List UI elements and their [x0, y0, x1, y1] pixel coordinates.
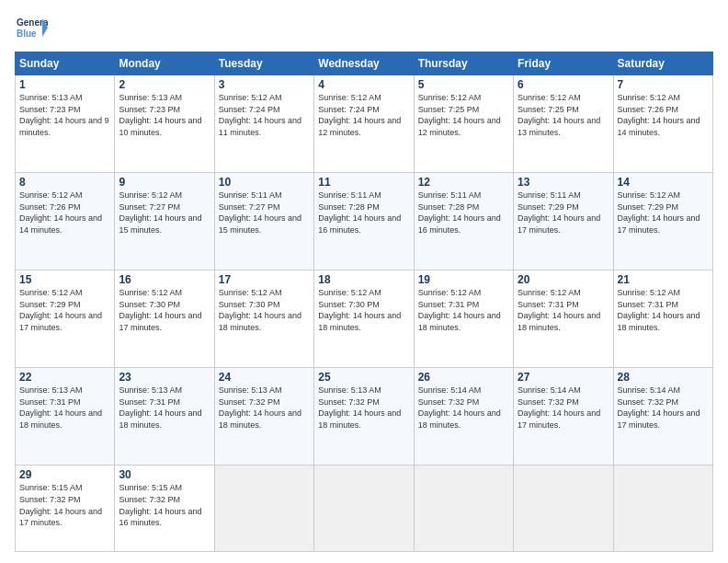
calendar-cell: 8Sunrise: 5:12 AMSunset: 7:26 PMDaylight…	[16, 173, 115, 270]
day-number: 3	[219, 78, 310, 91]
day-number: 20	[518, 273, 609, 286]
calendar-cell	[314, 465, 414, 552]
calendar-cell: 14Sunrise: 5:12 AMSunset: 7:29 PMDayligh…	[613, 173, 712, 270]
day-number: 11	[318, 176, 409, 189]
day-info: Sunrise: 5:12 AMSunset: 7:30 PMDaylight:…	[318, 287, 409, 333]
day-number: 17	[219, 273, 310, 286]
calendar-week-2: 8Sunrise: 5:12 AMSunset: 7:26 PMDaylight…	[16, 173, 713, 270]
calendar-cell: 21Sunrise: 5:12 AMSunset: 7:31 PMDayligh…	[613, 270, 712, 368]
day-info: Sunrise: 5:12 AMSunset: 7:24 PMDaylight:…	[318, 92, 409, 138]
calendar-cell: 13Sunrise: 5:11 AMSunset: 7:29 PMDayligh…	[514, 173, 613, 270]
day-info: Sunrise: 5:15 AMSunset: 7:32 PMDaylight:…	[19, 482, 110, 528]
calendar-week-3: 15Sunrise: 5:12 AMSunset: 7:29 PMDayligh…	[16, 270, 713, 368]
day-number: 10	[219, 176, 310, 189]
calendar-cell: 16Sunrise: 5:12 AMSunset: 7:30 PMDayligh…	[115, 270, 214, 368]
day-info: Sunrise: 5:13 AMSunset: 7:31 PMDaylight:…	[119, 385, 210, 431]
calendar-table: SundayMondayTuesdayWednesdayThursdayFrid…	[15, 52, 713, 552]
day-info: Sunrise: 5:11 AMSunset: 7:27 PMDaylight:…	[219, 190, 310, 236]
calendar-cell	[613, 465, 712, 552]
day-info: Sunrise: 5:13 AMSunset: 7:32 PMDaylight:…	[318, 385, 409, 431]
day-info: Sunrise: 5:12 AMSunset: 7:25 PMDaylight:…	[418, 92, 509, 138]
weekday-header-saturday: Saturday	[613, 52, 712, 75]
calendar-cell	[514, 465, 613, 552]
header: General Blue	[15, 11, 713, 44]
calendar-cell: 22Sunrise: 5:13 AMSunset: 7:31 PMDayligh…	[16, 368, 115, 465]
day-info: Sunrise: 5:13 AMSunset: 7:31 PMDaylight:…	[19, 385, 110, 431]
weekday-header-wednesday: Wednesday	[314, 52, 414, 75]
page: General Blue SundayMondayTuesdayWednesda…	[0, 0, 728, 563]
day-info: Sunrise: 5:14 AMSunset: 7:32 PMDaylight:…	[518, 385, 609, 431]
day-info: Sunrise: 5:12 AMSunset: 7:31 PMDaylight:…	[618, 287, 709, 333]
calendar-cell: 1Sunrise: 5:13 AMSunset: 7:23 PMDaylight…	[16, 75, 115, 173]
day-info: Sunrise: 5:12 AMSunset: 7:30 PMDaylight:…	[119, 287, 210, 333]
day-info: Sunrise: 5:12 AMSunset: 7:25 PMDaylight:…	[518, 92, 609, 138]
day-number: 8	[19, 176, 110, 189]
weekday-header-friday: Friday	[514, 52, 613, 75]
day-number: 13	[518, 176, 609, 189]
day-number: 14	[618, 176, 709, 189]
calendar-cell: 28Sunrise: 5:14 AMSunset: 7:32 PMDayligh…	[613, 368, 712, 465]
calendar-cell: 19Sunrise: 5:12 AMSunset: 7:31 PMDayligh…	[414, 270, 513, 368]
day-info: Sunrise: 5:15 AMSunset: 7:32 PMDaylight:…	[119, 482, 210, 528]
calendar-cell: 27Sunrise: 5:14 AMSunset: 7:32 PMDayligh…	[514, 368, 613, 465]
day-number: 12	[418, 176, 509, 189]
day-number: 4	[318, 78, 409, 91]
weekday-header-monday: Monday	[115, 52, 214, 75]
weekday-header-row: SundayMondayTuesdayWednesdayThursdayFrid…	[16, 52, 713, 75]
calendar-cell: 4Sunrise: 5:12 AMSunset: 7:24 PMDaylight…	[314, 75, 414, 173]
day-info: Sunrise: 5:12 AMSunset: 7:24 PMDaylight:…	[219, 92, 310, 138]
calendar-cell: 10Sunrise: 5:11 AMSunset: 7:27 PMDayligh…	[214, 173, 313, 270]
day-info: Sunrise: 5:12 AMSunset: 7:26 PMDaylight:…	[19, 190, 110, 236]
day-number: 15	[19, 273, 110, 286]
day-number: 16	[119, 273, 210, 286]
calendar-cell: 11Sunrise: 5:11 AMSunset: 7:28 PMDayligh…	[314, 173, 414, 270]
day-number: 26	[418, 371, 509, 384]
day-number: 5	[418, 78, 509, 91]
day-info: Sunrise: 5:12 AMSunset: 7:26 PMDaylight:…	[618, 92, 709, 138]
day-info: Sunrise: 5:12 AMSunset: 7:29 PMDaylight:…	[19, 287, 110, 333]
day-number: 22	[19, 371, 110, 384]
weekday-header-tuesday: Tuesday	[214, 52, 313, 75]
day-info: Sunrise: 5:12 AMSunset: 7:31 PMDaylight:…	[518, 287, 609, 333]
day-info: Sunrise: 5:11 AMSunset: 7:29 PMDaylight:…	[518, 190, 609, 236]
day-number: 23	[119, 371, 210, 384]
day-info: Sunrise: 5:13 AMSunset: 7:32 PMDaylight:…	[219, 385, 310, 431]
calendar-cell: 12Sunrise: 5:11 AMSunset: 7:28 PMDayligh…	[414, 173, 513, 270]
day-number: 7	[618, 78, 709, 91]
calendar-cell: 2Sunrise: 5:13 AMSunset: 7:23 PMDaylight…	[115, 75, 214, 173]
day-info: Sunrise: 5:12 AMSunset: 7:27 PMDaylight:…	[119, 190, 210, 236]
calendar-cell: 29Sunrise: 5:15 AMSunset: 7:32 PMDayligh…	[16, 465, 115, 552]
calendar-cell: 25Sunrise: 5:13 AMSunset: 7:32 PMDayligh…	[314, 368, 414, 465]
weekday-header-thursday: Thursday	[414, 52, 513, 75]
day-info: Sunrise: 5:11 AMSunset: 7:28 PMDaylight:…	[418, 190, 509, 236]
day-number: 2	[119, 78, 210, 91]
day-info: Sunrise: 5:12 AMSunset: 7:30 PMDaylight:…	[219, 287, 310, 333]
calendar-cell: 6Sunrise: 5:12 AMSunset: 7:25 PMDaylight…	[514, 75, 613, 173]
calendar-week-1: 1Sunrise: 5:13 AMSunset: 7:23 PMDaylight…	[16, 75, 713, 173]
calendar-cell: 23Sunrise: 5:13 AMSunset: 7:31 PMDayligh…	[115, 368, 214, 465]
day-info: Sunrise: 5:11 AMSunset: 7:28 PMDaylight:…	[318, 190, 409, 236]
day-number: 25	[318, 371, 409, 384]
logo: General Blue	[15, 11, 48, 44]
calendar-cell: 17Sunrise: 5:12 AMSunset: 7:30 PMDayligh…	[214, 270, 313, 368]
day-number: 28	[618, 371, 709, 384]
day-number: 21	[618, 273, 709, 286]
day-number: 30	[119, 468, 210, 481]
calendar-cell: 7Sunrise: 5:12 AMSunset: 7:26 PMDaylight…	[613, 75, 712, 173]
day-info: Sunrise: 5:13 AMSunset: 7:23 PMDaylight:…	[119, 92, 210, 138]
logo-svg: General Blue	[15, 11, 48, 44]
calendar-cell: 5Sunrise: 5:12 AMSunset: 7:25 PMDaylight…	[414, 75, 513, 173]
day-info: Sunrise: 5:14 AMSunset: 7:32 PMDaylight:…	[618, 385, 709, 431]
day-number: 29	[19, 468, 110, 481]
weekday-header-sunday: Sunday	[16, 52, 115, 75]
svg-text:Blue: Blue	[17, 29, 37, 39]
calendar-cell	[414, 465, 513, 552]
day-number: 6	[518, 78, 609, 91]
calendar-cell: 9Sunrise: 5:12 AMSunset: 7:27 PMDaylight…	[115, 173, 214, 270]
calendar-cell: 24Sunrise: 5:13 AMSunset: 7:32 PMDayligh…	[214, 368, 313, 465]
calendar-cell: 30Sunrise: 5:15 AMSunset: 7:32 PMDayligh…	[115, 465, 214, 552]
day-info: Sunrise: 5:12 AMSunset: 7:31 PMDaylight:…	[418, 287, 509, 333]
calendar-week-5: 29Sunrise: 5:15 AMSunset: 7:32 PMDayligh…	[16, 465, 713, 552]
calendar-cell: 3Sunrise: 5:12 AMSunset: 7:24 PMDaylight…	[214, 75, 313, 173]
calendar-cell: 18Sunrise: 5:12 AMSunset: 7:30 PMDayligh…	[314, 270, 414, 368]
